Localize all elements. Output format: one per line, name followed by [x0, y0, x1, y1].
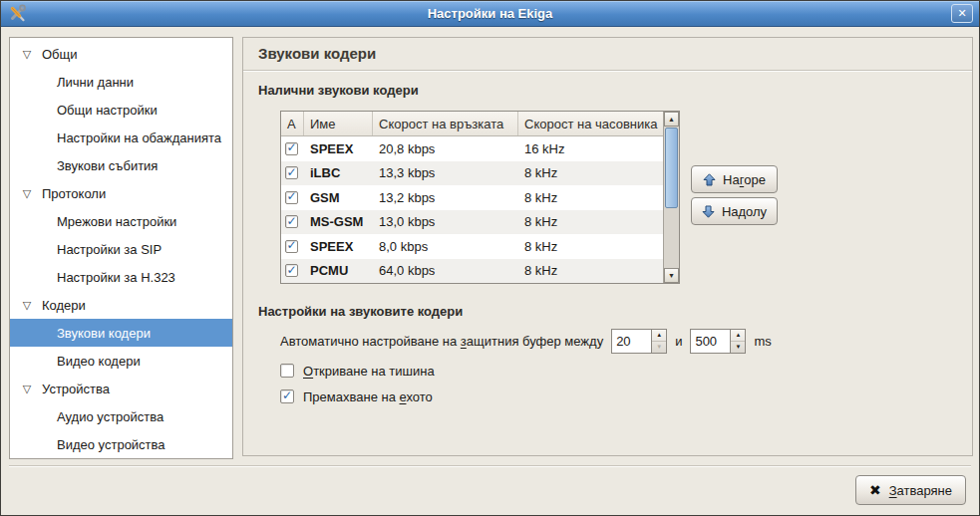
check-icon: ✓ — [286, 142, 296, 154]
check-icon: ✓ — [286, 166, 296, 178]
table-row[interactable]: ✓ GSM 13,2 kbps 8 kHz — [281, 185, 663, 210]
sidebar-item[interactable]: Настройки на обажданията — [10, 124, 232, 151]
codec-bitrate: 13,0 kbps — [373, 214, 518, 229]
sidebar-item-label: Устройства — [42, 382, 110, 396]
jitter-max-spinbox[interactable]: 500 ▲ ▼ — [690, 329, 746, 354]
echo-cancellation-option[interactable]: ✓ Премахване на ехото — [280, 387, 433, 405]
expander-triangle-icon[interactable]: ▽ — [20, 299, 34, 312]
jitter-min-value[interactable]: 20 — [612, 330, 651, 353]
move-down-button[interactable]: Надолу — [691, 197, 778, 225]
scrollbar-track[interactable] — [664, 209, 679, 268]
sidebar-item[interactable]: Видео устройства — [10, 430, 232, 458]
codec-enabled-checkbox[interactable]: ✓ — [285, 142, 298, 155]
sidebar-item-label: Настройки за SIP — [57, 242, 162, 257]
sidebar-item[interactable]: Звукови кодери — [10, 319, 232, 347]
main-panel: Звукови кодери Налични звукови кодери А … — [242, 37, 973, 456]
sidebar-item[interactable]: ▽ Общи — [10, 40, 232, 68]
check-icon: ✓ — [282, 389, 292, 401]
codec-clockrate: 8 kHz — [518, 263, 663, 278]
close-button-label: Затваряне — [889, 483, 952, 498]
sidebar-item-label: Видео кодери — [57, 354, 141, 369]
move-up-button[interactable]: Нагоре — [691, 165, 778, 193]
table-row[interactable]: ✓ MS-GSM 13,0 kbps 8 kHz — [281, 210, 663, 235]
sidebar-item-label: Видео устройства — [57, 437, 165, 452]
close-x-icon: ✖ — [869, 482, 881, 498]
sidebar-tree: ▽ Общи Лични данни Общи настройки Настро… — [9, 37, 233, 459]
scrollbar-up-icon[interactable]: ▲ — [664, 112, 679, 127]
scrollbar-thumb[interactable] — [665, 128, 678, 208]
sidebar-item-label: Мрежови настройки — [57, 214, 176, 229]
codec-clockrate: 8 kHz — [518, 214, 663, 229]
sidebar-item-label: Звукови събития — [57, 158, 158, 173]
sidebar-item-label: Звукови кодери — [57, 326, 151, 341]
echo-cancellation-label: Премахване на ехото — [303, 389, 433, 404]
codec-name: SPEEX — [304, 141, 373, 156]
codec-name: GSM — [304, 190, 373, 205]
column-header-active[interactable]: А — [281, 112, 304, 135]
up-arrow-icon — [703, 173, 716, 186]
spin-up-icon[interactable]: ▲ — [731, 330, 745, 342]
sidebar-item[interactable]: Настройки за SIP — [10, 235, 232, 263]
jitter-min-spinbox[interactable]: 20 ▲ ▼ — [611, 329, 667, 354]
sidebar-item[interactable]: ▽ Кодери — [10, 291, 232, 319]
jitter-buffer-label: Автоматично настройване на защитния буфе… — [280, 334, 603, 349]
footer-separator — [9, 465, 971, 467]
check-icon: ✓ — [286, 191, 296, 203]
codec-bitrate: 13,2 kbps — [373, 190, 518, 205]
titlebar[interactable]: Настройки на Ekiga ✕ — [1, 1, 979, 27]
close-button[interactable]: ✖ Затваряне — [855, 475, 966, 505]
table-header-row: А Име Скорост на връзката Скорост на час… — [281, 112, 663, 136]
codec-bitrate: 13,3 kbps — [373, 165, 518, 180]
codec-enabled-checkbox[interactable]: ✓ — [285, 215, 298, 228]
echo-cancellation-checkbox[interactable]: ✓ — [280, 389, 294, 403]
check-icon: ✓ — [286, 240, 296, 252]
table-scrollbar[interactable]: ▲ ▼ — [663, 112, 679, 283]
sidebar-item[interactable]: Видео кодери — [10, 347, 232, 375]
sidebar-item-label: Общи настройки — [57, 103, 158, 118]
scrollbar-down-icon[interactable]: ▼ — [664, 268, 679, 283]
sidebar-item[interactable]: Звукови събития — [10, 151, 232, 179]
column-header-name[interactable]: Име — [304, 112, 373, 135]
codec-enabled-checkbox[interactable]: ✓ — [285, 166, 298, 179]
sidebar-item[interactable]: Лични данни — [10, 68, 232, 96]
column-header-clockrate[interactable]: Скорост на часовника — [518, 112, 663, 135]
table-row[interactable]: ✓ iLBC 13,3 kbps 8 kHz — [281, 161, 663, 186]
codec-enabled-checkbox[interactable]: ✓ — [285, 191, 298, 204]
preferences-window: Настройки на Ekiga ✕ ▽ Общи Лични данни … — [0, 0, 980, 516]
sidebar-item[interactable]: ▽ Протоколи — [10, 179, 232, 207]
window-close-button[interactable]: ✕ — [951, 4, 973, 23]
jitter-max-value[interactable]: 500 — [691, 330, 730, 353]
silence-detection-option[interactable]: ✓ Откриване на тишина — [280, 362, 435, 380]
expander-triangle-icon[interactable]: ▽ — [20, 48, 34, 61]
silence-detection-label: Откриване на тишина — [303, 364, 435, 379]
sidebar-item-label: Лични данни — [57, 75, 134, 90]
sidebar-item-label: Кодери — [42, 298, 86, 313]
spin-down-icon[interactable]: ▼ — [731, 342, 745, 353]
silence-detection-checkbox[interactable]: ✓ — [280, 364, 294, 378]
codec-clockrate: 16 kHz — [518, 141, 663, 156]
sidebar-item[interactable]: ▽ Устройства — [10, 375, 232, 402]
sidebar-item[interactable]: Общи настройки — [10, 96, 232, 124]
codec-name: MS-GSM — [304, 214, 373, 229]
window-title: Настройки на Ekiga — [1, 6, 979, 21]
spin-up-icon[interactable]: ▲ — [652, 330, 666, 342]
codec-name: SPEEX — [304, 239, 373, 254]
sidebar-item-label: Общи — [42, 47, 78, 62]
available-codecs-heading: Налични звукови кодери — [258, 83, 419, 98]
sidebar-item-label: Аудио устройства — [57, 409, 163, 424]
sidebar-item[interactable]: Настройки за H.323 — [10, 263, 232, 291]
expander-triangle-icon[interactable]: ▽ — [20, 383, 34, 395]
table-row[interactable]: ✓ PCMU 64,0 kbps 8 kHz — [281, 259, 663, 284]
sidebar-item[interactable]: Аудио устройства — [10, 402, 232, 430]
sidebar-item[interactable]: Мрежови настройки — [10, 207, 232, 235]
sidebar-item-label: Протоколи — [42, 186, 106, 201]
codec-settings-heading: Настройки на звуковите кодери — [258, 304, 463, 319]
column-header-bitrate[interactable]: Скорост на връзката — [373, 112, 518, 135]
table-row[interactable]: ✓ SPEEX 8,0 kbps 8 kHz — [281, 234, 663, 259]
spin-down-icon[interactable]: ▼ — [652, 342, 666, 353]
expander-triangle-icon[interactable]: ▽ — [20, 187, 34, 200]
table-row[interactable]: ✓ SPEEX 20,8 kbps 16 kHz — [281, 136, 663, 161]
codec-enabled-checkbox[interactable]: ✓ — [285, 264, 298, 277]
move-down-label: Надолу — [722, 204, 767, 219]
codec-enabled-checkbox[interactable]: ✓ — [285, 240, 298, 253]
